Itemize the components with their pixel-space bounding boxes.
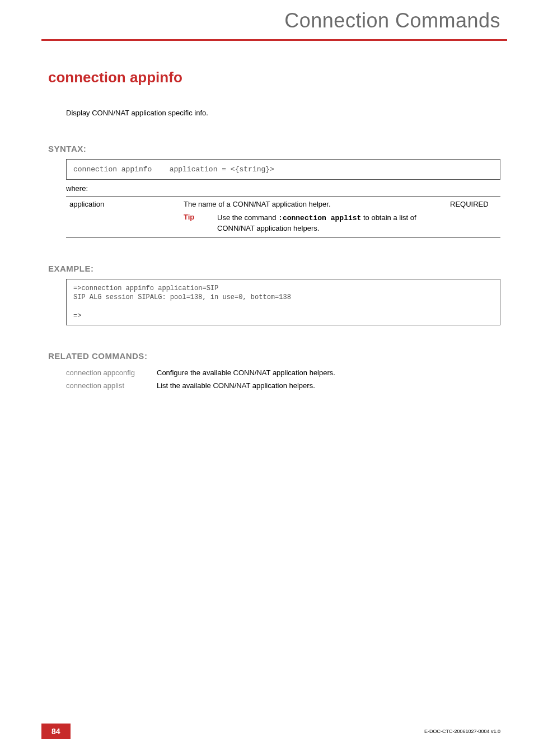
- header-title: Connection Commands: [34, 9, 500, 32]
- param-name: application: [66, 200, 184, 233]
- related-table: connection appconfig Configure the avail…: [66, 366, 500, 392]
- related-label: RELATED COMMANDS:: [48, 351, 500, 361]
- example-label: EXAMPLE:: [48, 264, 500, 273]
- tip-pre: Use the command: [217, 213, 278, 222]
- related-row: connection appconfig Configure the avail…: [66, 366, 500, 379]
- tip-cmd: :connection applist: [278, 214, 361, 222]
- tip-row: Tip Use the command :connection applist …: [184, 213, 444, 233]
- related-cmd: connection appconfig: [66, 368, 157, 377]
- command-intro: Display CONN/NAT application specific in…: [66, 109, 500, 117]
- syntax-command: connection appinfo: [73, 165, 152, 174]
- related-row: connection applist List the available CO…: [66, 379, 500, 392]
- page-footer: 84 E-DOC-CTC-20061027-0004 v1.0: [41, 724, 500, 739]
- param-desc: The name of a CONN/NAT application helpe…: [184, 200, 444, 208]
- page-number-badge: 84: [41, 724, 71, 739]
- param-desc-cell: The name of a CONN/NAT application helpe…: [184, 200, 450, 233]
- related-cmd: connection applist: [66, 381, 157, 390]
- syntax-args: application = <{string}>: [170, 165, 274, 174]
- where-label: where:: [66, 184, 500, 193]
- page-header: Connection Commands: [0, 0, 534, 39]
- param-table: application The name of a CONN/NAT appli…: [66, 196, 500, 238]
- related-desc: List the available CONN/NAT application …: [157, 381, 315, 390]
- syntax-label: SYNTAX:: [48, 144, 500, 153]
- param-required: REQUIRED: [450, 200, 500, 233]
- example-box: =>connection appinfo application=SIP SIP…: [66, 279, 500, 325]
- related-desc: Configure the available CONN/NAT applica…: [157, 368, 335, 377]
- syntax-box: connection appinfo application = <{strin…: [66, 159, 500, 180]
- tip-text: Use the command :connection applist to o…: [217, 213, 444, 233]
- command-title: connection appinfo: [48, 69, 500, 86]
- content-area: connection appinfo Display CONN/NAT appl…: [0, 41, 534, 392]
- doc-id: E-DOC-CTC-20061027-0004 v1.0: [424, 729, 500, 734]
- tip-label: Tip: [184, 213, 217, 233]
